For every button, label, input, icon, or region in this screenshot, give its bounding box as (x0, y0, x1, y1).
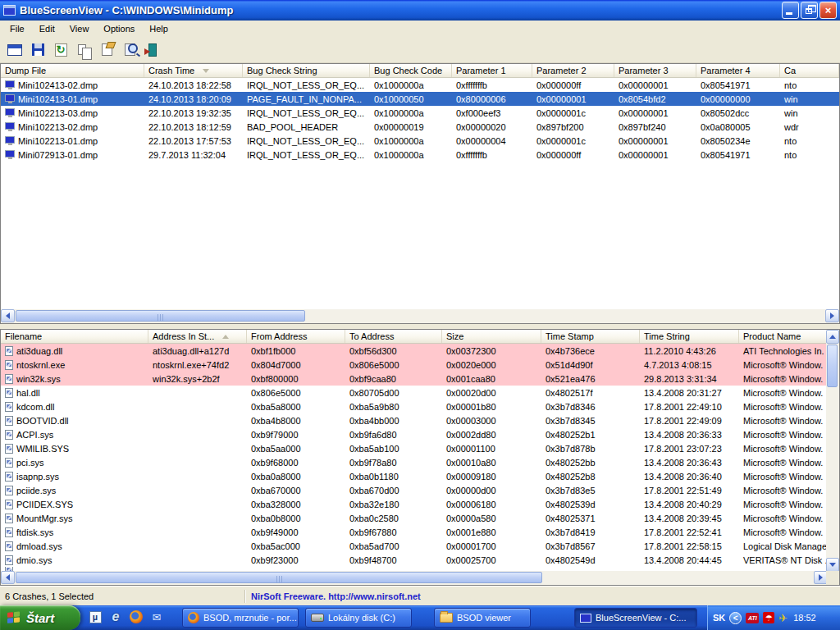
table-row[interactable]: kdcom.dll0xba5a80000xba5a9b800x00001b800… (1, 399, 828, 413)
disk-icon (311, 614, 324, 622)
table-row[interactable]: Mini102213-01.dmp22.10.2013 17:57:53IRQL… (1, 134, 839, 148)
menu-edit[interactable]: Edit (33, 22, 62, 35)
scrollbar-thumb[interactable] (16, 310, 305, 322)
ati-tray-icon[interactable]: ATI (746, 613, 759, 623)
cell-address_in_stack: ntoskrnl.exe+74fd2 (148, 358, 247, 372)
column-header-caused-by[interactable]: Ca (780, 64, 839, 77)
table-row[interactable]: pciide.sys0xba6700000xba670d000x00000d00… (1, 483, 828, 497)
properties-window-button[interactable] (5, 40, 25, 60)
table-row[interactable]: Mini102213-02.dmp22.10.2013 18:12:59BAD_… (1, 120, 839, 134)
utorrent-icon[interactable]: µ (87, 609, 103, 625)
cell-text: Mini102413-02.dmp (18, 80, 98, 90)
column-header-time-string[interactable]: Time String (640, 330, 739, 343)
column-header-address-in-stack[interactable]: Address In St... (148, 330, 247, 343)
cell-text: 0x80705d00 (349, 388, 399, 398)
cell-address_in_stack (148, 511, 247, 525)
table-row[interactable]: BOOTVID.dll0xba4b80000xba4bb0000x0000300… (1, 413, 828, 427)
find-button[interactable] (120, 40, 139, 60)
column-header-product-name[interactable]: Product Name (739, 330, 828, 343)
item-properties-button[interactable] (97, 40, 116, 60)
taskbar-button-bsod-viewer[interactable]: BSOD viewer (434, 608, 531, 628)
table-row[interactable]: isapnp.sys0xba0a80000xba0b11800x00009180… (1, 469, 828, 483)
table-row[interactable]: dmload.sys0xba5ac0000xba5ad7000x00001700… (1, 539, 828, 553)
column-header-parameter-1[interactable]: Parameter 1 (452, 64, 532, 77)
table-row[interactable]: Mini072913-01.dmp29.7.2013 11:32:04IRQL_… (1, 148, 839, 162)
column-header-dump-file[interactable]: Dump File (1, 64, 144, 77)
copy-button[interactable] (74, 40, 94, 60)
cell-product_name: Microsoft® Window. (739, 372, 828, 386)
scroll-up-button[interactable] (826, 330, 839, 344)
table-row[interactable]: WMILIB.SYS0xba5aa0000xba5ab1000x00001100… (1, 441, 828, 455)
cell-text: 0xb9f67880 (349, 527, 397, 537)
table-row[interactable]: PCIIDEX.SYS0xba3280000xba32e1800x0000618… (1, 497, 828, 511)
column-header-bug-check-code[interactable]: Bug Check Code (370, 64, 452, 77)
table-row[interactable]: dmio.sys0xb9f230000xb9f487000x000257000x… (1, 553, 828, 567)
airplane-tray-icon[interactable]: ✈ (778, 612, 788, 624)
cell-text: ati3duag.dll (16, 346, 62, 356)
restore-button[interactable] (801, 2, 818, 19)
taskbar-button-local-disk[interactable]: Lokálny disk (C:) (305, 608, 412, 628)
exit-button[interactable] (143, 40, 162, 60)
table-row[interactable]: Mini102413-02.dmp24.10.2013 18:22:58IRQL… (1, 78, 839, 92)
scroll-left-button[interactable] (1, 309, 15, 322)
avira-tray-icon[interactable]: ☂ (763, 612, 774, 623)
cell-size: 0x00006180 (442, 497, 541, 511)
table-row[interactable]: ftdisk.sys0xb9f490000xb9f678800x0001e880… (1, 525, 828, 539)
column-header-from-address[interactable]: From Address (247, 330, 345, 343)
save-button[interactable] (28, 40, 48, 60)
internet-explorer-icon[interactable]: e (107, 609, 124, 625)
scrollbar-thumb[interactable] (827, 345, 838, 387)
cell-from_address: 0xba0a8000 (247, 469, 345, 483)
menu-file[interactable]: File (3, 22, 31, 35)
upper-horizontal-scrollbar[interactable] (1, 309, 839, 323)
lower-horizontal-scrollbar[interactable] (1, 571, 828, 585)
column-header-parameter-3[interactable]: Parameter 3 (614, 64, 696, 77)
menu-options[interactable]: Options (97, 22, 141, 35)
nirsoft-link[interactable]: NirSoft Freeware. http://www.nirsoft.net (251, 591, 421, 601)
lower-vertical-scrollbar[interactable] (826, 330, 839, 572)
scrollbar-thumb[interactable] (16, 572, 542, 583)
table-row[interactable]: Mini102413-01.dmp24.10.2013 18:20:09PAGE… (1, 92, 839, 106)
table-row[interactable]: Mini102213-03.dmp22.10.2013 19:32:35IRQL… (1, 106, 839, 120)
menu-help[interactable]: Help (143, 22, 175, 35)
menu-view[interactable]: View (63, 22, 96, 35)
cell-text: 0xba5a8000 (251, 402, 301, 412)
cell-text: win32k.sys+2b2f (153, 374, 220, 384)
table-row[interactable]: ntoskrnl.exentoskrnl.exe+74fd20x804d7000… (1, 358, 828, 372)
taskbar-button-firefox[interactable]: BSOD, mrznutie - por... (182, 608, 299, 628)
table-row[interactable]: win32k.syswin32k.sys+2b2f0xbf8000000xbf9… (1, 372, 828, 386)
start-button[interactable]: Štart (0, 605, 80, 630)
column-header-parameter-4[interactable]: Parameter 4 (696, 64, 780, 77)
table-row[interactable]: hal.dll0x806e50000x80705d000x00020d000x4… (1, 386, 828, 399)
language-indicator[interactable]: SK (713, 613, 725, 623)
minimize-button[interactable] (782, 2, 799, 19)
cell-text: 0xba5ab100 (349, 444, 399, 454)
cell-to_address: 0xba5a9b80 (345, 399, 442, 413)
scroll-left-button[interactable] (1, 571, 15, 584)
table-row[interactable]: pci.sys0xb9f680000xb9f78a800x00010a800x4… (1, 455, 828, 469)
column-header-parameter-2[interactable]: Parameter 2 (532, 64, 614, 77)
outlook-express-icon[interactable]: ✉ (148, 609, 165, 625)
column-header-size[interactable]: Size (442, 330, 541, 343)
column-header-to-address[interactable]: To Address (345, 330, 442, 343)
refresh-button[interactable]: ↻ (51, 40, 71, 60)
column-header-bug-check-string[interactable]: Bug Check String (243, 64, 370, 77)
close-button[interactable]: × (819, 2, 837, 19)
column-header-filename[interactable]: Filename (1, 330, 148, 343)
column-header-time-stamp[interactable]: Time Stamp (541, 330, 640, 343)
cell-from_address: 0xba328000 (247, 497, 345, 511)
cell-filename: dmload.sys (1, 539, 148, 553)
table-row[interactable]: ACPI.sys0xb9f790000xb9fa6d800x0002dd800x… (1, 427, 828, 441)
table-row[interactable]: MountMgr.sys0xba0b80000xba0c25800x0000a5… (1, 511, 828, 525)
scroll-down-button[interactable] (826, 558, 839, 572)
taskbar-button-bluescreenview[interactable]: BlueScreenView - C:... (574, 608, 697, 628)
column-label: Bug Check Code (374, 66, 442, 75)
firefox-icon[interactable] (128, 609, 144, 625)
cell-caused_by: wdr (780, 120, 839, 134)
cell-size: 0x0020e000 (442, 358, 541, 372)
scroll-right-button[interactable] (825, 309, 839, 322)
column-header-crash-time[interactable]: Crash Time (144, 64, 243, 77)
collapse-chevron-icon[interactable]: < (729, 612, 742, 624)
table-row[interactable]: ati3duag.dllati3duag.dll+a127d0xbf1fb000… (1, 344, 828, 358)
cell-text: 0x000000ff (536, 150, 581, 160)
